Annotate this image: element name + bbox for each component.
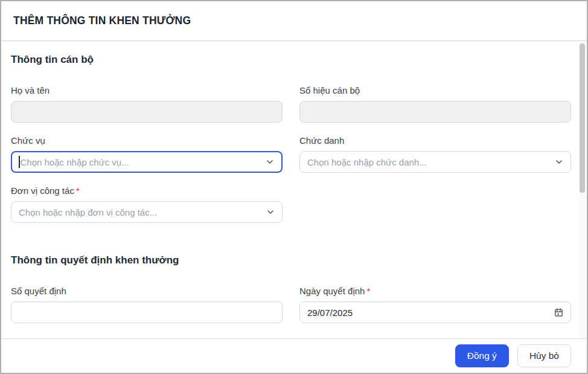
chevron-down-icon[interactable]	[265, 157, 275, 167]
add-reward-info-dialog: THÊM THÔNG TIN KHEN THƯỞNG Thông tin cán…	[0, 0, 588, 374]
position-label: Chức vụ	[11, 135, 283, 146]
position-field-group: Chức vụ Chọn hoặc nhập chức vụ...	[11, 135, 283, 173]
officer-id-field-group: Số hiệu cán bộ	[299, 85, 571, 123]
vertical-scrollbar[interactable]	[579, 42, 586, 338]
work-unit-placeholder: Chọn hoặc nhập đơn vị công tác...	[19, 207, 157, 218]
dialog-footer: Đồng ý Hủy bỏ	[1, 338, 587, 373]
dialog-title: THÊM THÔNG TIN KHEN THƯỞNG	[13, 15, 191, 27]
cancel-button[interactable]: Hủy bỏ	[517, 344, 571, 367]
officer-id-input-el	[307, 102, 563, 122]
full-name-input-el	[19, 102, 275, 122]
text-cursor	[19, 156, 20, 168]
work-unit-label: Đơn vị công tác*	[11, 185, 283, 196]
decision-date-input[interactable]: 29/07/2025	[299, 301, 571, 323]
calendar-icon[interactable]	[554, 308, 564, 318]
decision-number-label: Số quyết định	[11, 286, 283, 296]
scrollbar-thumb[interactable]	[580, 44, 585, 193]
job-title-placeholder: Chọn hoặc nhập chức danh...	[307, 157, 427, 167]
required-asterisk: *	[366, 286, 370, 296]
dialog-header: THÊM THÔNG TIN KHEN THƯỞNG	[1, 1, 587, 41]
full-name-label: Họ và tên	[11, 85, 283, 95]
required-asterisk: *	[76, 185, 80, 196]
chevron-down-icon[interactable]	[266, 207, 275, 217]
position-placeholder: Chọn hoặc nhập chức vụ...	[21, 157, 129, 167]
dialog-body: Thông tin cán bộ Họ và tên Số hiệu cán b…	[1, 42, 587, 338]
position-select[interactable]: Chọn hoặc nhập chức vụ...	[11, 151, 283, 173]
decision-date-label: Ngày quyết định*	[299, 286, 571, 296]
job-title-select[interactable]: Chọn hoặc nhập chức danh...	[299, 151, 571, 173]
officer-section-heading: Thông tin cán bộ	[11, 54, 571, 66]
work-unit-select[interactable]: Chọn hoặc nhập đơn vị công tác...	[11, 201, 283, 223]
job-title-label: Chức danh	[299, 135, 571, 146]
full-name-field-group: Họ và tên	[11, 85, 283, 123]
chevron-down-icon[interactable]	[554, 157, 564, 167]
decision-date-field-group: Ngày quyết định* 29/07/2025	[299, 286, 571, 323]
decision-section-heading: Thông tin quyết định khen thưởng	[11, 254, 571, 266]
decision-date-value: 29/07/2025	[307, 308, 353, 318]
officer-id-input	[299, 101, 571, 123]
ok-button[interactable]: Đồng ý	[455, 344, 509, 367]
officer-id-label: Số hiệu cán bộ	[299, 85, 571, 95]
full-name-input	[11, 101, 283, 123]
decision-number-input[interactable]	[11, 301, 283, 323]
decision-number-input-el[interactable]	[19, 302, 275, 323]
decision-number-field-group: Số quyết định	[11, 286, 283, 323]
job-title-field-group: Chức danh Chọn hoặc nhập chức danh...	[299, 135, 571, 173]
work-unit-field-group: Đơn vị công tác* Chọn hoặc nhập đơn vị c…	[11, 185, 283, 223]
